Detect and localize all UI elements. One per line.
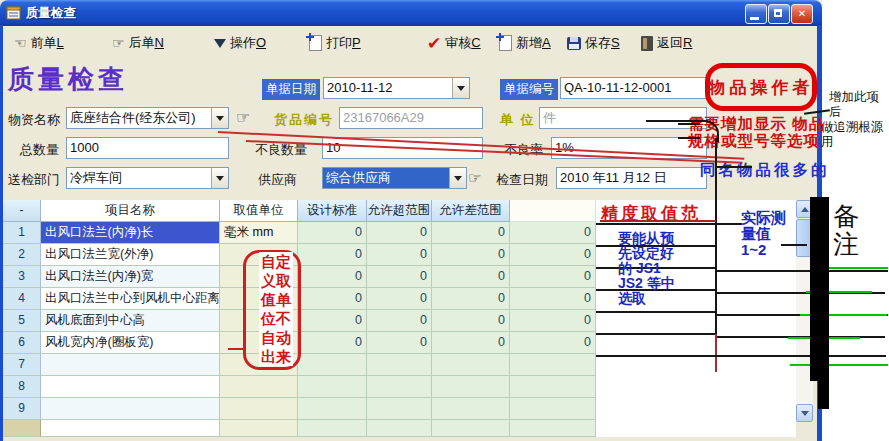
cell-item-name[interactable]: 风机宽内净(圈板宽) — [41, 332, 220, 354]
supplier-combo[interactable]: 综合供应商 — [322, 167, 467, 189]
table-row[interactable]: 6 风机宽内净(圈板宽) 0 0 0 0 — [3, 332, 796, 354]
print-icon — [309, 35, 322, 51]
annotation-trace-note: 增加此项后 做追溯根源用 — [821, 90, 889, 150]
sketch-row-line — [596, 355, 886, 357]
annotation-actual-note: 实际测 量值 1~2 — [741, 210, 786, 258]
annotation-tick — [678, 123, 700, 125]
defect-rate-label: 不良率 — [504, 141, 543, 159]
check-date-label: 检查日期 — [496, 171, 548, 189]
annotation-vertical-line — [715, 138, 717, 356]
window-icon — [6, 5, 22, 21]
toolbar: ☜ 前单L ☞ 后单N 操作O 打印P ✔ 审核C 新增A — [3, 26, 817, 60]
toolbar-action-button[interactable]: 操作O — [214, 33, 266, 53]
material-label: 物资名称 — [8, 111, 60, 129]
annotation-remark-label: 备 注 — [833, 203, 859, 259]
annotation-tick — [678, 137, 700, 139]
chevron-down-icon[interactable] — [449, 168, 466, 188]
cell-item-name[interactable]: 风机底面到中心高 — [41, 310, 220, 332]
doc-no-label: 单据编号 — [500, 79, 558, 100]
dept-combo[interactable]: 冷焊车间 — [66, 167, 229, 189]
hand-right-icon: ☞ — [112, 35, 125, 51]
table-row[interactable]: 1 出风口法兰(内净)长 毫米 mm 0 0 0 0 — [3, 222, 796, 244]
window-title: 质量检查 — [26, 5, 76, 22]
annotation-preset-note: 要能从预 先设定好 的 JS1 JS2 等中 选取 — [618, 231, 675, 306]
pointing-hand-icon[interactable]: ☞ — [468, 169, 481, 187]
chevron-down-icon[interactable] — [452, 78, 469, 98]
cell-unit[interactable] — [220, 376, 298, 398]
sketch-row-line — [596, 311, 715, 313]
cell-item-name[interactable]: 出风口法兰宽(外净) — [41, 244, 220, 266]
scroll-down-icon[interactable] — [796, 404, 813, 422]
sketch-row-line — [717, 270, 888, 272]
toolbar-print-button[interactable]: 打印P — [309, 33, 361, 53]
down-arrow-icon — [214, 39, 226, 48]
annotation-operator-box: 物品操作者 — [705, 63, 817, 111]
toolbar-next-button[interactable]: ☞ 后单N — [112, 33, 164, 53]
toolbar-return-button[interactable]: 返回R — [641, 33, 692, 53]
exit-icon — [641, 36, 653, 51]
sketch-dash — [718, 223, 738, 225]
annotation-black-bar — [810, 197, 829, 381]
toolbar-save-button[interactable]: 保存S — [567, 33, 620, 53]
page-title: 质量检查 — [8, 62, 128, 97]
new-doc-icon — [499, 35, 512, 51]
total-qty-label: 总数量 — [20, 141, 59, 159]
screenshot-canvas: 质量检查 ✕ ☜ 前单L ☞ 后单N 操作O 打印P — [0, 0, 889, 441]
material-combo[interactable]: 底座结合件(经东公司) — [66, 107, 229, 129]
table-row-partial[interactable] — [3, 420, 796, 437]
hand-left-icon: ☜ — [14, 35, 27, 51]
toolbar-new-button[interactable]: 新增A — [499, 33, 551, 53]
doc-date-combo[interactable]: 2010-11-12 — [323, 77, 470, 99]
cell-unit[interactable] — [220, 398, 298, 420]
annotation-tick — [716, 166, 752, 168]
annotation-black-bar — [818, 381, 829, 409]
annotation-custom-unit-note: 自定义取值单位不自动出来 — [259, 252, 293, 366]
check-icon: ✔ — [427, 33, 441, 54]
annotation-red-underline — [600, 220, 716, 222]
cell-unit[interactable]: 毫米 mm — [220, 222, 298, 244]
annotation-same-name-note: 同名物品很多的 — [700, 160, 830, 181]
annotation-red-segment — [715, 334, 717, 372]
chevron-down-icon[interactable] — [211, 108, 228, 128]
pointing-hand-icon[interactable]: ☞ — [236, 108, 250, 127]
table-row[interactable]: 4 出风口法兰中心到风机中心距离 0 0 0 0 — [3, 288, 796, 310]
table-row[interactable]: 2 出风口法兰宽(外净) 0 0 0 0 — [3, 244, 796, 266]
table-row[interactable]: 7 — [3, 354, 796, 376]
cell-item-name[interactable]: 出风口法兰(内净)长 — [41, 222, 220, 244]
cell-item-name[interactable] — [41, 398, 220, 420]
minimize-button[interactable] — [745, 4, 767, 24]
green-line — [790, 364, 888, 366]
table-row[interactable]: 8 — [3, 376, 796, 398]
supplier-label: 供应商 — [258, 171, 297, 189]
annotation-tick — [228, 348, 244, 350]
cell-item-name[interactable]: 出风口法兰(内净)宽 — [41, 266, 220, 288]
check-date-input[interactable]: 2010 年11 月12 日 — [556, 167, 707, 189]
table-row[interactable]: 9 — [3, 398, 796, 420]
chevron-down-icon[interactable] — [211, 168, 228, 188]
sketch-row-line — [596, 333, 715, 335]
table-row[interactable]: 3 出风口法兰(内净)宽 0 0 0 0 — [3, 266, 796, 288]
titlebar: 质量检查 ✕ — [0, 0, 822, 26]
doc-no-input[interactable]: QA-10-11-12-0001 — [560, 77, 707, 99]
cell-item-name[interactable]: 出风口法兰中心到风机中心距离 — [41, 288, 220, 310]
table-row[interactable]: 5 风机底面到中心高 0 0 0 0 — [3, 310, 796, 332]
toolbar-audit-button[interactable]: ✔ 审核C — [427, 33, 481, 53]
total-qty-input[interactable]: 1000 — [66, 137, 229, 159]
dept-label: 送检部门 — [8, 171, 60, 189]
maximize-button[interactable] — [768, 4, 790, 24]
inspection-items-table: - 项目名称 取值单位 设计标准 允许超范围 允许差范围 1 出风口法兰(内净)… — [3, 200, 796, 437]
save-icon — [567, 37, 581, 50]
toolbar-prev-button[interactable]: ☜ 前单L — [14, 33, 64, 53]
item-code-label: 货品编号 — [274, 111, 334, 129]
doc-date-label: 单据日期 — [262, 79, 320, 100]
cell-item-name[interactable] — [41, 354, 220, 376]
item-code-input: 23167066A29 — [339, 107, 483, 129]
close-button[interactable]: ✕ — [791, 4, 813, 24]
cell-item-name[interactable] — [41, 376, 220, 398]
unit-label: 单 位 — [500, 111, 536, 129]
